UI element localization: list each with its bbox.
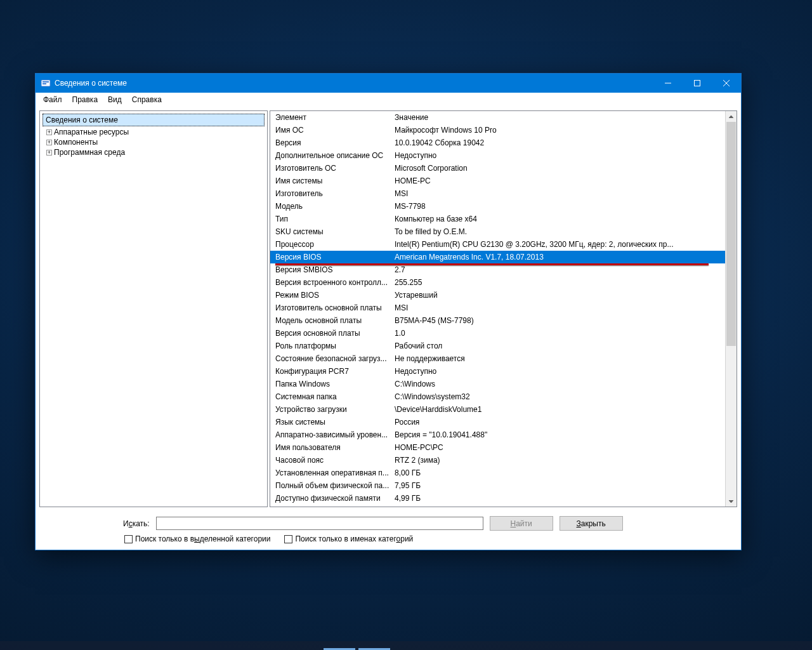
- cell-value: Устаревший: [395, 291, 725, 300]
- menu-edit[interactable]: Правка: [69, 94, 102, 107]
- cell-value: MSI: [395, 303, 725, 312]
- table-row[interactable]: Полный объем физической па...7,95 ГБ: [270, 479, 725, 492]
- tree-hardware[interactable]: + Аппаратные ресурсы: [44, 127, 267, 137]
- table-row[interactable]: Доступно физической памяти4,99 ГБ: [270, 492, 725, 505]
- cell-key: Версия SMBIOS: [275, 265, 395, 274]
- cell-key: Язык системы: [275, 418, 395, 427]
- table-row[interactable]: Режим BIOSУстаревший: [270, 289, 725, 302]
- cell-key: Модель основной платы: [275, 316, 395, 325]
- content-area: Сведения о системе + Аппаратные ресурсы …: [36, 107, 741, 511]
- table-row[interactable]: SKU системыTo be filled by O.E.M.: [270, 225, 725, 238]
- cell-value: To be filled by O.E.M.: [395, 227, 725, 236]
- table-row[interactable]: Конфигурация PCR7Недоступно: [270, 365, 725, 378]
- search-input[interactable]: [156, 517, 483, 530]
- cell-value: Рабочий стол: [395, 342, 725, 350]
- cell-key: Имя ОС: [275, 126, 395, 135]
- scroll-down-button[interactable]: [726, 496, 737, 507]
- menu-view[interactable]: Вид: [104, 94, 126, 107]
- maximize-button[interactable]: [683, 74, 712, 93]
- tree-label: Компоненты: [54, 138, 98, 147]
- table-header[interactable]: ЭлементЗначение: [270, 111, 725, 124]
- table-row[interactable]: ИзготовительMSI: [270, 187, 725, 200]
- checkbox-label: Поиск только в выделенной категории: [135, 534, 270, 543]
- table-row[interactable]: Часовой поясRTZ 2 (зима): [270, 454, 725, 467]
- cell-key: Режим BIOS: [275, 291, 395, 300]
- plus-icon[interactable]: +: [46, 150, 52, 156]
- col-value[interactable]: Значение: [395, 113, 725, 122]
- cell-key: Системная папка: [275, 392, 395, 401]
- cell-value: 4,99 ГБ: [395, 494, 725, 503]
- table-row[interactable]: ТипКомпьютер на базе x64: [270, 213, 725, 225]
- table-row[interactable]: Папка WindowsC:\Windows: [270, 378, 725, 390]
- cell-value: RTZ 2 (зима): [395, 456, 725, 465]
- table-row[interactable]: Состояние безопасной загруз...Не поддерж…: [270, 352, 725, 365]
- cell-value: HOME-PC\PC: [395, 443, 725, 452]
- cell-value: B75MA-P45 (MS-7798): [395, 316, 725, 325]
- table-row[interactable]: Версия основной платы1.0: [270, 327, 725, 340]
- table-row[interactable]: Версия встроенного контролл...255.255: [270, 276, 725, 289]
- cell-key: Состояние безопасной загруз...: [275, 354, 395, 363]
- cell-key: Доступно физической памяти: [275, 494, 395, 503]
- titlebar[interactable]: Сведения о системе: [36, 74, 741, 93]
- table-row[interactable]: Аппаратно-зависимый уровен...Версия = "1…: [270, 428, 725, 441]
- cell-value: HOME-PC: [395, 176, 725, 185]
- cell-value: Не поддерживается: [395, 354, 725, 363]
- category-tree[interactable]: Сведения о системе + Аппаратные ресурсы …: [39, 110, 268, 507]
- close-search-button[interactable]: Закрыть: [560, 516, 623, 531]
- cell-key: Изготовитель ОС: [275, 164, 395, 173]
- table-row[interactable]: Версия10.0.19042 Сборка 19042: [270, 136, 725, 149]
- window-title: Сведения о системе: [55, 79, 127, 88]
- table-row[interactable]: Имя ОСМайкрософт Windows 10 Pro: [270, 124, 725, 136]
- cell-key: SKU системы: [275, 227, 395, 236]
- menu-help[interactable]: Справка: [128, 94, 166, 107]
- table-row[interactable]: Версия SMBIOS2.7: [270, 263, 725, 276]
- taskbar[interactable]: [0, 641, 812, 650]
- tree-label: Программная среда: [54, 148, 125, 157]
- table-row[interactable]: Изготовитель основной платыMSI: [270, 302, 725, 314]
- scroll-track[interactable]: [726, 122, 737, 496]
- scroll-thumb[interactable]: [726, 122, 736, 346]
- svg-marker-7: [729, 116, 733, 118]
- tree-root[interactable]: Сведения о системе: [43, 114, 265, 126]
- search-selected-category-checkbox[interactable]: Поиск только в выделенной категории: [124, 534, 270, 543]
- table-row[interactable]: Изготовитель ОСMicrosoft Corporation: [270, 162, 725, 175]
- plus-icon[interactable]: +: [46, 129, 52, 135]
- tree-software[interactable]: + Программная среда: [44, 147, 267, 157]
- table-row[interactable]: МодельMS-7798: [270, 200, 725, 213]
- table-row[interactable]: Имя системыHOME-PC: [270, 175, 725, 187]
- col-element[interactable]: Элемент: [275, 113, 395, 122]
- table-row[interactable]: Модель основной платыB75MA-P45 (MS-7798): [270, 314, 725, 327]
- table-row[interactable]: Язык системыРоссия: [270, 416, 725, 428]
- cell-key: Версия встроенного контролл...: [275, 278, 395, 287]
- search-bar: Искать: Найти Закрыть Поиск только в выд…: [36, 511, 741, 550]
- app-icon: [41, 78, 51, 88]
- table-row[interactable]: Установленная оперативная п...8,00 ГБ: [270, 467, 725, 479]
- table-row[interactable]: ПроцессорIntel(R) Pentium(R) CPU G2130 @…: [270, 238, 725, 251]
- table-row[interactable]: Роль платформыРабочий стол: [270, 340, 725, 352]
- scroll-up-button[interactable]: [726, 111, 737, 122]
- cell-value: 8,00 ГБ: [395, 468, 725, 477]
- search-label: Искать:: [123, 519, 150, 528]
- checkbox-icon: [124, 535, 133, 543]
- cell-key: Версия основной платы: [275, 329, 395, 338]
- table-row[interactable]: Версия BIOSAmerican Megatrends Inc. V1.7…: [270, 251, 725, 263]
- svg-rect-4: [695, 81, 700, 86]
- plus-icon[interactable]: +: [46, 140, 52, 145]
- table-row[interactable]: Системная папкаC:\Windows\system32: [270, 390, 725, 403]
- cell-value: Microsoft Corporation: [395, 164, 725, 173]
- search-category-names-checkbox[interactable]: Поиск только в именах категорий: [284, 534, 413, 543]
- cell-value: Недоступно: [395, 151, 725, 160]
- cell-key: Изготовитель: [275, 189, 395, 198]
- vertical-scrollbar[interactable]: [725, 111, 737, 507]
- cell-value: Недоступно: [395, 367, 725, 376]
- cell-key: Аппаратно-зависимый уровен...: [275, 430, 395, 439]
- minimize-button[interactable]: [653, 74, 683, 93]
- menu-file[interactable]: Файл: [39, 94, 66, 107]
- find-button[interactable]: Найти: [490, 516, 553, 531]
- table-row[interactable]: Дополнительное описание ОСНедоступно: [270, 149, 725, 162]
- table-row[interactable]: Имя пользователяHOME-PC\PC: [270, 441, 725, 454]
- svg-marker-8: [729, 500, 733, 503]
- close-button[interactable]: [712, 74, 741, 93]
- tree-components[interactable]: + Компоненты: [44, 137, 267, 147]
- table-row[interactable]: Устройство загрузки\Device\HarddiskVolum…: [270, 403, 725, 416]
